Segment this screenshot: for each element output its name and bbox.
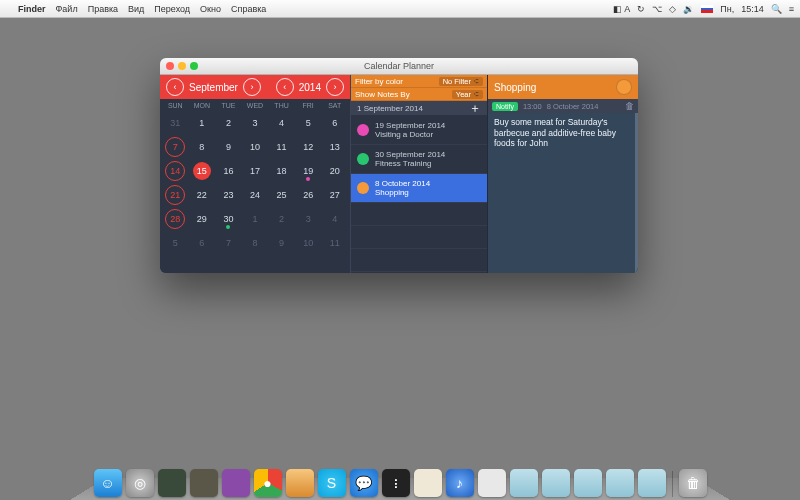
statusitem-input-flag-icon[interactable] [701, 5, 713, 13]
day-cell[interactable]: 6 [189, 231, 216, 255]
dock: ☺◎●S💬⫶♪🗑 [0, 465, 800, 500]
day-cell[interactable]: 3 [295, 207, 322, 231]
statusitem-adobe-icon[interactable]: ◧ A [613, 4, 630, 14]
day-cell[interactable]: 11 [268, 135, 295, 159]
day-cell[interactable]: 14 [162, 159, 189, 183]
day-cell[interactable]: 28 [162, 207, 189, 231]
statusitem-notifications-icon[interactable]: ≡ [789, 4, 794, 14]
statusitem-time[interactable]: 15:14 [741, 4, 764, 14]
day-cell[interactable]: 2 [215, 111, 242, 135]
dock-app3-icon[interactable] [222, 469, 250, 497]
menu-go[interactable]: Переход [154, 4, 190, 14]
day-cell[interactable]: 27 [321, 183, 348, 207]
menu-file[interactable]: Файл [56, 4, 78, 14]
filter-notes-select[interactable]: Year [452, 90, 483, 99]
prev-year-button[interactable]: ‹ [276, 78, 294, 96]
menu-help[interactable]: Справка [231, 4, 266, 14]
day-cell[interactable]: 19 [295, 159, 322, 183]
dock-launchpad-icon[interactable]: ◎ [126, 469, 154, 497]
dock-finder-icon[interactable]: ☺ [94, 469, 122, 497]
day-cell[interactable]: 4 [268, 111, 295, 135]
dock-folder2-icon[interactable] [542, 469, 570, 497]
detail-title: Shopping [494, 82, 536, 93]
statusitem-day[interactable]: Пн, [720, 4, 734, 14]
day-cell[interactable]: 1 [242, 207, 269, 231]
day-cell[interactable]: 4 [321, 207, 348, 231]
day-cell[interactable]: 2 [268, 207, 295, 231]
menu-edit[interactable]: Правка [88, 4, 118, 14]
event-list: 19 September 2014Visiting a Doctor30 Sep… [351, 116, 487, 273]
dock-app2-icon[interactable] [190, 469, 218, 497]
window-titlebar[interactable]: Calendar Planner [160, 58, 638, 75]
dock-chrome-icon[interactable]: ● [254, 469, 282, 497]
day-cell[interactable]: 7 [162, 135, 189, 159]
day-cell[interactable]: 9 [215, 135, 242, 159]
day-cell[interactable]: 11 [321, 231, 348, 255]
day-cell[interactable]: 16 [215, 159, 242, 183]
dock-trash-icon[interactable]: 🗑 [679, 469, 707, 497]
event-empty-row [351, 203, 487, 226]
statusitem-spotlight-icon[interactable]: 🔍 [771, 4, 782, 14]
day-cell[interactable]: 24 [242, 183, 269, 207]
dock-folder4-icon[interactable] [606, 469, 634, 497]
dock-skype-icon[interactable]: S [318, 469, 346, 497]
dock-terminal-icon[interactable] [478, 469, 506, 497]
detail-time: 13:00 [523, 102, 542, 111]
day-cell[interactable]: 17 [242, 159, 269, 183]
event-date: 8 October 2014 [375, 179, 430, 188]
day-cell[interactable]: 21 [162, 183, 189, 207]
next-year-button[interactable]: › [326, 78, 344, 96]
dock-folder3-icon[interactable] [574, 469, 602, 497]
dock-folder5-icon[interactable] [638, 469, 666, 497]
detail-panel: Shopping Notify 13:00 8 October 2014 🗑 B… [487, 75, 638, 273]
event-item[interactable]: 19 September 2014Visiting a Doctor [351, 116, 487, 145]
day-cell[interactable]: 9 [268, 231, 295, 255]
dock-itunes-icon[interactable]: ♪ [446, 469, 474, 497]
dock-folder1-icon[interactable] [510, 469, 538, 497]
notify-badge[interactable]: Notify [492, 102, 518, 111]
day-cell[interactable]: 1 [189, 111, 216, 135]
day-cell[interactable]: 22 [189, 183, 216, 207]
statusitem-bluetooth-icon[interactable]: ⌥ [652, 4, 662, 14]
day-cell[interactable]: 3 [242, 111, 269, 135]
dock-activity-icon[interactable]: ⫶ [382, 469, 410, 497]
dock-messages-icon[interactable]: 💬 [350, 469, 378, 497]
day-cell[interactable]: 29 [189, 207, 216, 231]
event-item[interactable]: 8 October 2014Shopping [351, 174, 487, 203]
statusitem-sync-icon[interactable]: ↻ [637, 4, 645, 14]
day-cell[interactable]: 20 [321, 159, 348, 183]
statusitem-volume-icon[interactable]: 🔉 [683, 4, 694, 14]
statusitem-wifi-icon[interactable]: ◇ [669, 4, 676, 14]
filter-color-select[interactable]: No Filter [439, 77, 483, 86]
day-cell[interactable]: 6 [321, 111, 348, 135]
day-cell[interactable]: 13 [321, 135, 348, 159]
day-cell[interactable]: 5 [162, 231, 189, 255]
detail-note[interactable]: Buy some meat for Saturday's barbecue an… [488, 113, 638, 273]
day-cell[interactable]: 30 [215, 207, 242, 231]
day-cell[interactable]: 15 [189, 159, 216, 183]
detail-color-swatch-icon[interactable] [616, 79, 632, 95]
menubar-app[interactable]: Finder [18, 4, 46, 14]
day-cell[interactable]: 10 [295, 231, 322, 255]
day-cell[interactable]: 12 [295, 135, 322, 159]
day-cell[interactable]: 18 [268, 159, 295, 183]
day-cell[interactable]: 23 [215, 183, 242, 207]
event-item[interactable]: 30 September 2014Fitness Training [351, 145, 487, 174]
day-cell[interactable]: 10 [242, 135, 269, 159]
day-cell[interactable]: 8 [189, 135, 216, 159]
next-month-button[interactable]: › [243, 78, 261, 96]
delete-event-button[interactable]: 🗑 [625, 101, 634, 111]
prev-month-button[interactable]: ‹ [166, 78, 184, 96]
menu-view[interactable]: Вид [128, 4, 144, 14]
dock-photos-icon[interactable] [286, 469, 314, 497]
dock-app1-icon[interactable] [158, 469, 186, 497]
add-event-button[interactable]: ＋ [469, 100, 481, 117]
day-cell[interactable]: 7 [215, 231, 242, 255]
day-cell[interactable]: 25 [268, 183, 295, 207]
dock-notes-icon[interactable] [414, 469, 442, 497]
day-cell[interactable]: 31 [162, 111, 189, 135]
menu-window[interactable]: Окно [200, 4, 221, 14]
day-cell[interactable]: 26 [295, 183, 322, 207]
day-cell[interactable]: 8 [242, 231, 269, 255]
day-cell[interactable]: 5 [295, 111, 322, 135]
